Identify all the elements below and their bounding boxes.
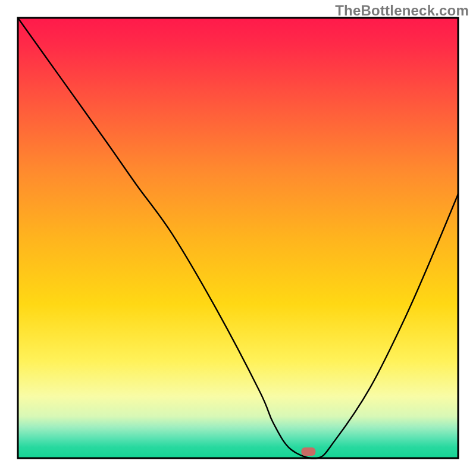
optimum-marker — [301, 447, 315, 456]
plot-area — [18, 18, 458, 458]
plot-background — [18, 18, 458, 458]
bottleneck-chart — [0, 0, 476, 476]
chart-stage: TheBottleneck.com — [0, 0, 476, 476]
